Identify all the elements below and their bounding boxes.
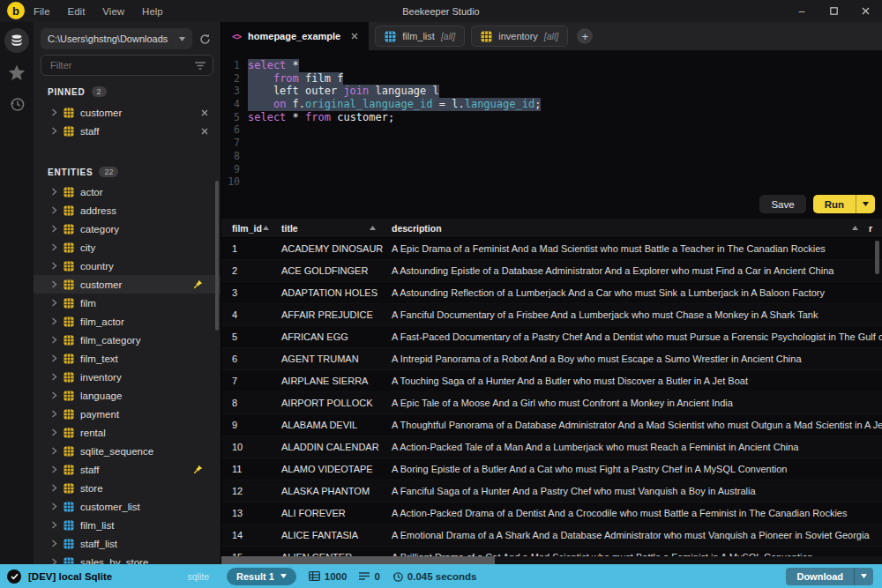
refresh-icon[interactable] (199, 33, 211, 45)
sort-arrow-icon[interactable] (852, 226, 858, 230)
chevron-right-icon[interactable] (51, 188, 57, 196)
entity-item-film_actor[interactable]: film_actor (34, 312, 220, 331)
database-icon[interactable] (4, 28, 29, 53)
editor-line[interactable]: 9 (221, 163, 882, 176)
table-row[interactable]: 14ALICE FANTASIAA Emotional Drama of a A… (221, 525, 882, 547)
entity-item-film_list[interactable]: film_list (34, 516, 220, 534)
editor-line[interactable]: 2 from film f (221, 72, 882, 86)
sidebar-scrollbar[interactable] (215, 181, 219, 331)
sort-arrow-icon[interactable] (370, 226, 376, 230)
chevron-right-icon[interactable] (51, 428, 57, 436)
download-dropdown-caret[interactable] (854, 568, 873, 585)
chevron-right-icon[interactable] (51, 225, 57, 233)
entity-item-category[interactable]: category (34, 220, 220, 238)
favorites-star-icon[interactable] (8, 64, 26, 85)
entity-item-rental[interactable]: rental (34, 423, 220, 442)
entity-item-payment[interactable]: payment (34, 405, 220, 423)
entity-item-language[interactable]: language (34, 386, 220, 405)
chevron-right-icon[interactable] (51, 391, 57, 399)
entity-item-country[interactable]: country (34, 257, 220, 275)
save-button[interactable]: Save (759, 195, 805, 213)
table-row[interactable]: 13ALI FOREVERA Action-Packed Drama of a … (221, 502, 882, 525)
editor-line[interactable]: 5select * from customer; (221, 111, 882, 124)
menu-view[interactable]: View (102, 6, 124, 17)
pinned-item-staff[interactable]: staff (34, 122, 220, 140)
run-button[interactable]: Run (813, 195, 875, 213)
table-row[interactable]: 2ACE GOLDFINGERA Astounding Epistle of a… (221, 260, 882, 282)
results-horizontal-scrollbar[interactable] (221, 556, 882, 564)
table-row[interactable]: 6AGENT TRUMANA Intrepid Panorama of a Ro… (221, 348, 882, 370)
entity-item-film_category[interactable]: film_category (34, 331, 220, 349)
editor-line[interactable]: 10 (221, 175, 882, 189)
editor-line[interactable]: 3 left outer join language l (221, 85, 882, 98)
table-row[interactable]: 11ALAMO VIDEOTAPEA Boring Epistle of a B… (221, 458, 882, 480)
menu-help[interactable]: Help (142, 6, 163, 17)
entity-item-sales_by_store[interactable]: sales_by_store (34, 553, 220, 564)
result-tab-selector[interactable]: Result 1 (227, 568, 296, 585)
close-window-button[interactable] (856, 2, 875, 21)
table-row[interactable]: 5AFRICAN EGGA Fast-Paced Documentary of … (221, 326, 882, 348)
maximize-button[interactable] (824, 2, 843, 21)
unpin-close-icon[interactable] (201, 128, 208, 135)
editor-line[interactable]: 1select * (221, 59, 882, 72)
chevron-right-icon[interactable] (51, 243, 57, 251)
chevron-right-icon[interactable] (51, 447, 57, 455)
pinned-item-customer[interactable]: customer (34, 103, 220, 122)
results-vertical-scrollbar[interactable] (875, 241, 879, 274)
entity-item-store[interactable]: store (34, 479, 220, 497)
new-tab-button[interactable]: + (577, 28, 593, 44)
pin-icon[interactable] (193, 465, 203, 474)
column-header-film_id[interactable]: film_id (221, 219, 276, 238)
download-button-label[interactable]: Download (786, 568, 854, 585)
table-row[interactable]: 3ADAPTATION HOLESA Astounding Reflection… (221, 282, 882, 304)
table-row[interactable]: 8AIRPORT POLLOCKA Epic Tale of a Moose A… (221, 392, 882, 414)
chevron-right-icon[interactable] (51, 299, 57, 307)
chevron-right-icon[interactable] (51, 206, 57, 214)
history-clock-icon[interactable] (9, 96, 26, 116)
chevron-right-icon[interactable] (51, 540, 57, 547)
column-header-title[interactable]: title (276, 219, 386, 238)
connection-select[interactable]: C:\Users\ghstng\Downloads (41, 28, 192, 49)
entity-item-customer_list[interactable]: customer_list (34, 497, 220, 516)
connection-name[interactable]: [DEV] local Sqlite (28, 571, 112, 582)
table-row[interactable]: 7AIRPLANE SIERRAA Touching Saga of a Hun… (221, 370, 882, 392)
table-row[interactable]: 10ALADDIN CALENDARA Action-Packed Tale o… (221, 436, 882, 458)
chevron-right-icon[interactable] (51, 410, 57, 418)
column-header-description[interactable]: description (386, 219, 869, 238)
entity-item-customer[interactable]: customer (34, 275, 220, 294)
chevron-right-icon[interactable] (51, 280, 57, 288)
entity-item-address[interactable]: address (34, 201, 220, 220)
download-button[interactable]: Download (786, 568, 873, 585)
entity-item-actor[interactable]: actor (34, 182, 220, 201)
pin-icon[interactable] (193, 279, 203, 289)
chevron-right-icon[interactable] (51, 108, 57, 116)
editor-line[interactable]: 8 (221, 150, 882, 163)
table-row[interactable]: 4AFFAIR PREJUDICEA Fanciful Documentary … (221, 304, 882, 326)
filter-input[interactable] (49, 59, 195, 71)
tab-homepage_example[interactable]: <>homepage_example (221, 22, 369, 50)
filter-funnel-icon[interactable] (195, 62, 206, 70)
sql-editor[interactable]: 1select *2 from film f3 left outer join … (221, 50, 882, 219)
column-header-r[interactable]: r (869, 219, 882, 238)
chevron-right-icon[interactable] (51, 521, 57, 529)
chevron-right-icon[interactable] (51, 558, 57, 564)
close-tab-icon[interactable] (351, 33, 358, 40)
table-row[interactable]: 12ALASKA PHANTOMA Fanciful Saga of a Hun… (221, 480, 882, 502)
menu-file[interactable]: File (34, 6, 50, 17)
chevron-right-icon[interactable] (51, 262, 57, 270)
unpin-close-icon[interactable] (201, 109, 208, 116)
chevron-right-icon[interactable] (51, 484, 57, 492)
run-dropdown-caret[interactable] (856, 195, 875, 213)
editor-line[interactable]: 7 (221, 137, 882, 150)
tab-inventory[interactable]: inventory[all] (471, 26, 568, 47)
table-row[interactable]: 9ALABAMA DEVILA Thoughtful Panorama of a… (221, 414, 882, 436)
sort-arrow-icon[interactable] (263, 226, 269, 230)
entity-item-staff_list[interactable]: staff_list (34, 534, 220, 553)
chevron-right-icon[interactable] (51, 317, 57, 325)
chevron-right-icon[interactable] (51, 336, 57, 344)
menu-edit[interactable]: Edit (68, 6, 86, 17)
entity-item-staff[interactable]: staff (34, 460, 220, 479)
chevron-right-icon[interactable] (51, 373, 57, 381)
table-row[interactable]: 1ACADEMY DINOSAURA Epic Drama of a Femin… (221, 238, 882, 260)
chevron-right-icon[interactable] (51, 465, 57, 473)
